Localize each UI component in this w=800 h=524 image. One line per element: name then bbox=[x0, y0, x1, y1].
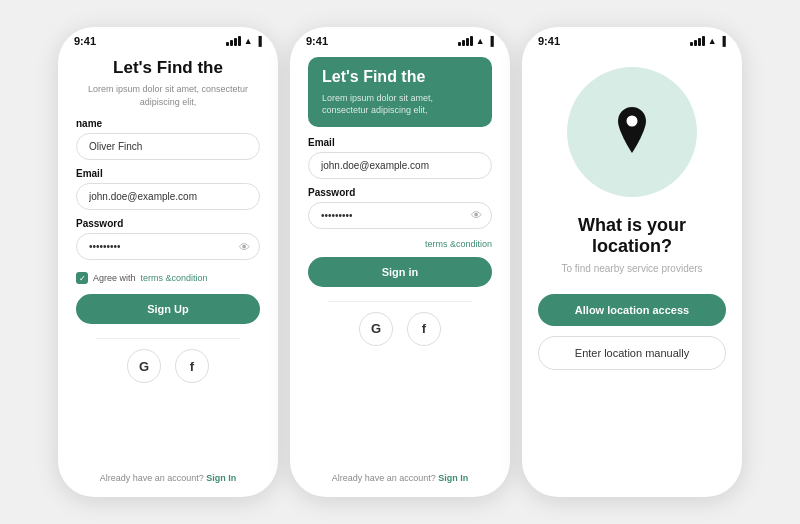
email-field-group: Email bbox=[76, 168, 260, 210]
footer-link-2[interactable]: Sign In bbox=[438, 473, 468, 483]
enter-location-button[interactable]: Enter location manually bbox=[538, 336, 726, 370]
email-field-group-2: Email bbox=[308, 137, 492, 179]
signup-button[interactable]: Sign Up bbox=[76, 294, 260, 324]
email-input-1[interactable] bbox=[76, 183, 260, 210]
terms-link-1[interactable]: terms &condition bbox=[141, 273, 208, 283]
agree-checkbox[interactable] bbox=[76, 272, 88, 284]
status-bar-2: 9:41 ▲ ▐ bbox=[290, 27, 510, 51]
wifi-icon-3: ▲ bbox=[708, 36, 717, 46]
eye-icon-2[interactable]: 👁 bbox=[471, 209, 482, 221]
signin-title: Let's Find the bbox=[322, 67, 478, 88]
agree-text: Agree with bbox=[93, 273, 136, 283]
status-bar-1: 9:41 ▲ ▐ bbox=[58, 27, 278, 51]
signal-icon bbox=[226, 36, 241, 46]
password-input-1[interactable] bbox=[76, 233, 260, 260]
facebook-button-1[interactable]: f bbox=[175, 349, 209, 383]
signin-screen: 9:41 ▲ ▐ Let's Find the Lorem ipsum dolo… bbox=[290, 27, 510, 497]
allow-location-button[interactable]: Allow location access bbox=[538, 294, 726, 326]
eye-icon-1[interactable]: 👁 bbox=[239, 241, 250, 253]
agree-row: Agree with terms &condition bbox=[76, 272, 260, 284]
signal-icon-3 bbox=[690, 36, 705, 46]
email-label-2: Email bbox=[308, 137, 492, 148]
password-field-group-1: Password 👁 bbox=[76, 218, 260, 260]
signup-header: Let's Find the Lorem ipsum dolor sit ame… bbox=[76, 57, 260, 108]
wifi-icon-2: ▲ bbox=[476, 36, 485, 46]
google-button-2[interactable]: G bbox=[359, 312, 393, 346]
password-wrapper-2: 👁 bbox=[308, 202, 492, 229]
email-label-1: Email bbox=[76, 168, 260, 179]
time-3: 9:41 bbox=[538, 35, 560, 47]
status-bar-3: 9:41 ▲ ▐ bbox=[522, 27, 742, 51]
location-circle bbox=[567, 67, 697, 197]
battery-icon: ▐ bbox=[256, 36, 262, 46]
name-input[interactable] bbox=[76, 133, 260, 160]
location-subtitle: To find nearby service providers bbox=[561, 263, 702, 274]
footer-2: Already have an account? Sign In bbox=[308, 473, 492, 483]
signin-content: Let's Find the Lorem ipsum dolor sit ame… bbox=[290, 51, 510, 497]
name-field-group: name bbox=[76, 118, 260, 160]
footer-text-1: Already have an account? bbox=[100, 473, 204, 483]
name-label: name bbox=[76, 118, 260, 129]
signup-title: Let's Find the bbox=[76, 57, 260, 79]
signin-button[interactable]: Sign in bbox=[308, 257, 492, 287]
signin-highlight: Let's Find the Lorem ipsum dolor sit ame… bbox=[308, 57, 492, 127]
social-row-1: G f bbox=[76, 349, 260, 383]
signin-subtitle: Lorem ipsum dolor sit amet, consectetur … bbox=[322, 92, 478, 117]
status-icons-3: ▲ ▐ bbox=[690, 36, 726, 46]
email-input-2[interactable] bbox=[308, 152, 492, 179]
password-wrapper-1: 👁 bbox=[76, 233, 260, 260]
time-1: 9:41 bbox=[74, 35, 96, 47]
signup-screen: 9:41 ▲ ▐ Let's Find the Lorem ipsum dolo… bbox=[58, 27, 278, 497]
map-pin-icon bbox=[605, 103, 659, 161]
footer-link-1[interactable]: Sign In bbox=[206, 473, 236, 483]
facebook-button-2[interactable]: f bbox=[407, 312, 441, 346]
wifi-icon: ▲ bbox=[244, 36, 253, 46]
location-screen: 9:41 ▲ ▐ Wha bbox=[522, 27, 742, 497]
social-row-2: G f bbox=[308, 312, 492, 346]
password-label-2: Password bbox=[308, 187, 492, 198]
footer-text-2: Already have an account? bbox=[332, 473, 436, 483]
signup-content: Let's Find the Lorem ipsum dolor sit ame… bbox=[58, 51, 278, 497]
battery-icon-3: ▐ bbox=[720, 36, 726, 46]
password-field-group-2: Password 👁 bbox=[308, 187, 492, 229]
divider-2 bbox=[328, 301, 472, 302]
google-button-1[interactable]: G bbox=[127, 349, 161, 383]
battery-icon-2: ▐ bbox=[488, 36, 494, 46]
location-content: What is your location? To find nearby se… bbox=[522, 51, 742, 497]
location-title: What is your location? bbox=[538, 215, 726, 257]
status-icons-1: ▲ ▐ bbox=[226, 36, 262, 46]
time-2: 9:41 bbox=[306, 35, 328, 47]
password-label-1: Password bbox=[76, 218, 260, 229]
screens-container: 9:41 ▲ ▐ Let's Find the Lorem ipsum dolo… bbox=[42, 11, 758, 513]
svg-point-0 bbox=[627, 116, 638, 127]
password-input-2[interactable] bbox=[308, 202, 492, 229]
terms-right[interactable]: terms &condition bbox=[308, 239, 492, 249]
signup-subtitle: Lorem ipsum dolor sit amet, consectetur … bbox=[76, 83, 260, 108]
divider-1 bbox=[96, 338, 240, 339]
footer-1: Already have an account? Sign In bbox=[76, 473, 260, 483]
signal-icon-2 bbox=[458, 36, 473, 46]
status-icons-2: ▲ ▐ bbox=[458, 36, 494, 46]
